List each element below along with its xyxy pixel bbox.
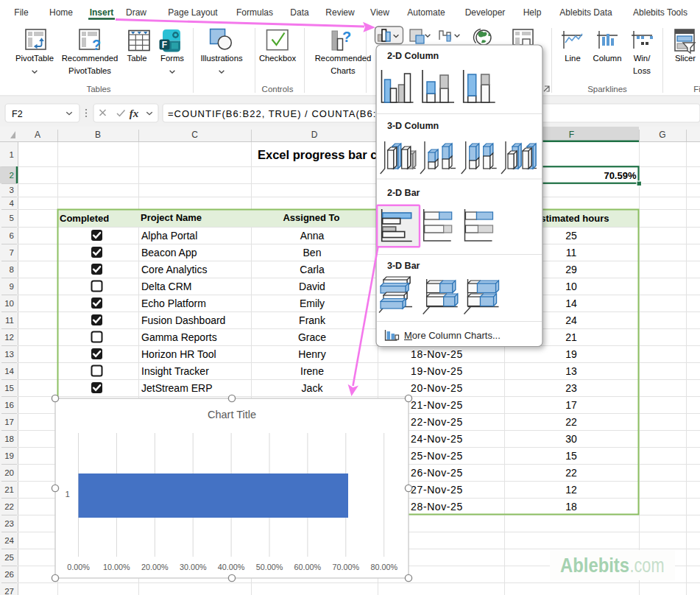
svg-text:2-D Bar: 2-D Bar — [387, 188, 420, 198]
svg-text:Delta CRM: Delta CRM — [141, 281, 191, 292]
svg-text:30.00%: 30.00% — [180, 563, 207, 571]
svg-text:JetStream ERP: JetStream ERP — [141, 382, 212, 394]
svg-text:=COUNTIF(B6:B22, TRUE) / COUNT: =COUNTIF(B6:B22, TRUE) / COUNTA(B6: — [168, 108, 376, 119]
svg-text:Insight Tracker: Insight Tracker — [141, 365, 209, 377]
svg-text:22: 22 — [565, 416, 577, 428]
svg-text:Core Analytics: Core Analytics — [141, 264, 207, 275]
svg-text:2-D Column: 2-D Column — [387, 51, 439, 61]
svg-text:Henry: Henry — [298, 348, 325, 360]
svg-text:Loss: Loss — [633, 66, 651, 75]
svg-text:4: 4 — [10, 199, 15, 208]
svg-text:40.00%: 40.00% — [218, 563, 245, 571]
svg-text:25: 25 — [4, 553, 14, 562]
svg-text:19: 19 — [565, 348, 577, 360]
svg-text:Echo Platform: Echo Platform — [141, 298, 206, 309]
svg-text:Slicer: Slicer — [675, 54, 696, 63]
svg-text:3-D Column: 3-D Column — [387, 121, 439, 131]
svg-text:Ben: Ben — [303, 247, 322, 258]
svg-text:14: 14 — [4, 367, 14, 376]
svg-text:G: G — [659, 130, 665, 140]
svg-text:1: 1 — [66, 490, 70, 499]
svg-text:File: File — [14, 7, 29, 18]
svg-text:View: View — [370, 7, 389, 18]
svg-text:19-Nov-25: 19-Nov-25 — [411, 365, 463, 377]
svg-text:Page Layout: Page Layout — [168, 7, 218, 18]
svg-text:23: 23 — [4, 519, 14, 528]
svg-text:20.00%: 20.00% — [141, 563, 169, 571]
svg-text:Controls: Controls — [262, 85, 294, 94]
svg-text:Ablebits Data: Ablebits Data — [559, 7, 612, 18]
svg-text:?: ? — [92, 37, 101, 53]
svg-text:Checkbox: Checkbox — [259, 54, 297, 63]
svg-text:PivotTable: PivotTable — [15, 54, 54, 63]
svg-text:Horizon HR Tool: Horizon HR Tool — [141, 348, 216, 360]
svg-text:Data: Data — [290, 7, 309, 18]
svg-text:8: 8 — [10, 265, 14, 274]
svg-text:21: 21 — [565, 331, 577, 343]
svg-text:70.59%: 70.59% — [604, 170, 637, 181]
svg-text:Chart Title: Chart Title — [208, 409, 256, 420]
svg-text:Frank: Frank — [299, 314, 326, 326]
svg-text:Tables: Tables — [86, 85, 110, 94]
svg-text:18: 18 — [4, 434, 14, 443]
svg-text:C: C — [191, 130, 198, 140]
svg-text:23: 23 — [565, 382, 577, 394]
svg-text:30: 30 — [565, 433, 577, 445]
svg-text:6: 6 — [10, 231, 14, 240]
svg-text:17: 17 — [4, 418, 14, 426]
svg-text:26: 26 — [4, 570, 14, 579]
svg-text:Win/: Win/ — [634, 54, 651, 63]
svg-text:Formulas: Formulas — [236, 7, 273, 18]
svg-text:Automate: Automate — [407, 7, 445, 18]
svg-text:80.00%: 80.00% — [370, 563, 397, 571]
svg-text:Recommended: Recommended — [62, 54, 119, 63]
svg-text:3: 3 — [10, 186, 14, 194]
svg-text:More Column Charts...: More Column Charts... — [404, 330, 501, 341]
svg-text:10.00%: 10.00% — [103, 563, 130, 571]
svg-text:Charts: Charts — [330, 66, 356, 75]
svg-text:24: 24 — [565, 314, 577, 326]
svg-text:Illustrations: Illustrations — [200, 54, 242, 63]
svg-text:11: 11 — [566, 247, 577, 258]
svg-text:A: A — [35, 130, 40, 140]
svg-text:10: 10 — [565, 281, 577, 292]
svg-text:10: 10 — [4, 299, 14, 308]
svg-text:15: 15 — [565, 450, 577, 462]
svg-text:0.00%: 0.00% — [67, 563, 90, 571]
svg-text:21: 21 — [4, 485, 14, 494]
svg-text:D: D — [311, 130, 318, 140]
svg-text:7: 7 — [10, 248, 14, 257]
svg-text:70.00%: 70.00% — [332, 563, 359, 571]
svg-text:24-Nov-25: 24-Nov-25 — [411, 433, 463, 445]
svg-text:F: F — [569, 130, 574, 140]
svg-text:Line: Line — [565, 54, 580, 63]
svg-text:50.00%: 50.00% — [256, 563, 283, 571]
svg-text:Completed: Completed — [60, 213, 109, 224]
svg-text:26-Nov-25: 26-Nov-25 — [411, 467, 463, 479]
svg-text:20: 20 — [4, 468, 14, 477]
svg-text:22: 22 — [4, 502, 14, 511]
svg-text:Table: Table — [127, 54, 146, 63]
svg-text:22: 22 — [565, 467, 577, 479]
svg-text:27-Nov-25: 27-Nov-25 — [411, 484, 463, 496]
svg-text:22-Nov-25: 22-Nov-25 — [411, 416, 463, 428]
svg-text:2: 2 — [10, 171, 14, 180]
svg-text:Jack: Jack — [302, 382, 324, 394]
svg-text:27: 27 — [4, 587, 14, 595]
svg-text:Beacon App: Beacon App — [141, 247, 197, 258]
svg-text:Anna: Anna — [300, 230, 325, 242]
svg-text:12: 12 — [565, 484, 577, 496]
svg-text:21-Nov-25: 21-Nov-25 — [411, 399, 463, 411]
svg-text:?: ? — [342, 29, 351, 45]
svg-text:David: David — [299, 281, 325, 292]
svg-text:25: 25 — [565, 230, 577, 242]
svg-text:13: 13 — [565, 365, 577, 377]
svg-text:Sparklines: Sparklines — [587, 85, 627, 94]
svg-text:11: 11 — [5, 316, 14, 325]
svg-text:PivotTables: PivotTables — [68, 66, 111, 75]
svg-text:28-Nov-25: 28-Nov-25 — [411, 501, 463, 513]
svg-text:Alpha Portal: Alpha Portal — [141, 230, 197, 242]
svg-text:Assigned To: Assigned To — [283, 212, 339, 223]
svg-text:17: 17 — [565, 399, 577, 411]
svg-text:1: 1 — [10, 150, 14, 159]
